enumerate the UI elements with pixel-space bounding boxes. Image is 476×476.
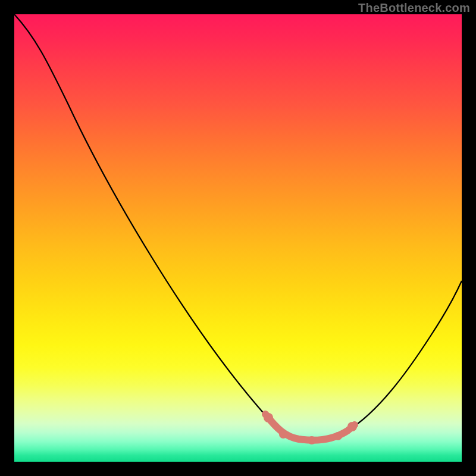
highlight-dot-left [264,413,273,422]
highlight-dot-center [308,436,316,444]
highlight-dot-right [347,422,357,431]
curve-svg [14,14,462,462]
highlight-dot-mid2 [334,432,342,440]
chart-frame: TheBottleneck.com [0,0,476,476]
watermark-text: TheBottleneck.com [358,1,470,15]
highlight-dot-mid1 [279,430,287,439]
plot-area [14,14,462,462]
main-curve [14,14,462,440]
highlight-group [264,413,357,444]
